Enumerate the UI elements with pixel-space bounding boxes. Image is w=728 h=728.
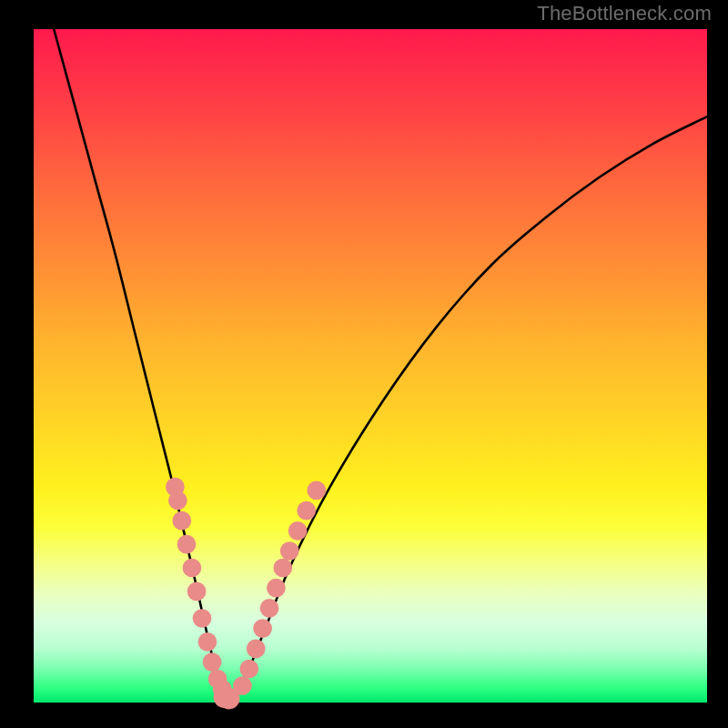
bottleneck-curve [54,29,707,701]
chart-marker [239,660,258,679]
chart-marker [273,559,292,578]
chart-marker [172,511,191,531]
chart-marker [297,501,316,521]
chart-svg [34,29,707,703]
watermark-label: TheBottleneck.com [537,2,712,25]
chart-marker [280,541,299,561]
chart-marker [260,599,279,618]
chart-marker [233,676,252,695]
chart-marker [193,609,212,628]
chart-markers [166,478,326,710]
chart-marker [177,535,197,554]
chart-marker [253,619,272,638]
chart-marker [247,639,266,658]
chart-frame: TheBottleneck.com [0,0,728,728]
chart-marker [307,481,326,500]
chart-marker [198,632,217,652]
chart-marker [203,652,222,672]
chart-marker [183,559,202,578]
chart-marker [168,491,187,511]
chart-marker [267,579,286,598]
chart-plot-area [34,29,707,703]
chart-marker [288,521,308,541]
chart-marker [187,582,207,602]
